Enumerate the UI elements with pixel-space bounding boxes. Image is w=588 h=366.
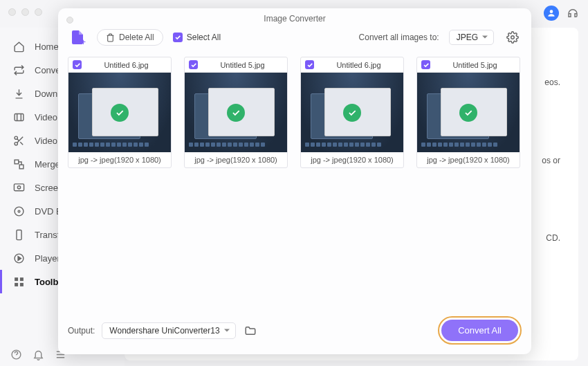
sidebar-label: Home xyxy=(35,42,59,52)
bg-hidden-text: CD. xyxy=(546,233,560,243)
select-all-label: Select All xyxy=(187,33,221,42)
avatar[interactable] xyxy=(544,6,559,21)
card-checkbox[interactable] xyxy=(421,60,430,69)
card-meta: jpg -> jpeg(1920 x 1080) xyxy=(185,152,287,167)
card-filename: Untitled 6.jpg xyxy=(318,61,399,69)
select-all-checkbox[interactable]: Select All xyxy=(173,33,221,42)
card-thumbnail xyxy=(68,73,171,152)
toolbox-icon xyxy=(12,275,25,288)
svg-rect-14 xyxy=(15,282,18,286)
svg-point-2 xyxy=(15,136,17,139)
modal-close-button[interactable] xyxy=(66,17,73,24)
play-icon xyxy=(12,252,25,264)
card-thumbnail xyxy=(301,73,403,152)
convert-all-highlight: Convert All xyxy=(438,316,522,345)
add-file-button[interactable]: + xyxy=(68,28,87,47)
bell-icon[interactable] xyxy=(32,348,44,360)
scissors-icon xyxy=(12,134,25,147)
card-thumbnail xyxy=(417,73,520,152)
svg-rect-10 xyxy=(16,230,21,239)
svg-point-0 xyxy=(550,10,553,13)
modal-toolbar: + Delete All Select All Convert all imag… xyxy=(58,25,531,54)
format-dropdown[interactable]: JPEG xyxy=(449,30,494,45)
sidebar-label: Player xyxy=(35,253,60,264)
output-label: Output: xyxy=(68,326,95,336)
svg-text:+: + xyxy=(81,37,86,46)
checkbox-checked-icon xyxy=(173,33,183,42)
success-icon xyxy=(459,104,477,122)
svg-rect-5 xyxy=(19,165,24,169)
svg-point-9 xyxy=(18,210,20,212)
output-path-dropdown[interactable]: Wondershare UniConverter13 xyxy=(102,322,235,339)
output-path-value: Wondershare UniConverter13 xyxy=(109,326,219,336)
headset-icon[interactable] xyxy=(566,6,580,20)
svg-rect-1 xyxy=(15,113,24,120)
image-card[interactable]: Untitled 6.jpg jpg -> jpeg(1920 x 1080) xyxy=(68,57,172,168)
svg-rect-4 xyxy=(15,160,19,164)
svg-rect-6 xyxy=(14,183,24,190)
record-icon xyxy=(12,181,25,194)
success-icon xyxy=(111,104,129,122)
card-filename: Untitled 5.jpg xyxy=(202,61,283,69)
svg-rect-15 xyxy=(19,282,23,286)
merger-icon xyxy=(12,158,25,170)
card-checkbox[interactable] xyxy=(305,60,314,69)
delete-all-label: Delete All xyxy=(119,33,154,42)
image-grid: Untitled 6.jpg jpg -> jpeg(1920 x 1080) … xyxy=(58,54,531,171)
svg-rect-12 xyxy=(15,277,18,281)
convert-all-label: Convert All xyxy=(458,325,502,336)
image-converter-modal: Image Converter + Delete All Select All … xyxy=(58,8,531,354)
bg-hidden-text: eos. xyxy=(544,77,560,87)
card-checkbox[interactable] xyxy=(73,60,82,69)
image-card[interactable]: Untitled 5.jpg jpg -> jpeg(1920 x 1080) xyxy=(416,57,520,168)
gear-icon xyxy=(506,31,519,44)
card-filename: Untitled 6.jpg xyxy=(86,61,167,69)
card-thumbnail xyxy=(185,73,287,152)
bg-hidden-text: os or xyxy=(542,156,560,165)
svg-point-18 xyxy=(511,36,515,39)
delete-all-button[interactable]: Delete All xyxy=(97,29,163,46)
download-icon xyxy=(12,87,25,100)
svg-rect-13 xyxy=(19,277,23,281)
card-meta: jpg -> jpeg(1920 x 1080) xyxy=(68,152,171,167)
modal-title: Image Converter xyxy=(58,8,531,25)
trash-icon xyxy=(106,33,115,42)
settings-button[interactable] xyxy=(504,28,522,46)
help-icon[interactable] xyxy=(10,348,22,360)
home-icon xyxy=(12,40,25,53)
modal-footer: Output: Wondershare UniConverter13 Conve… xyxy=(58,309,531,354)
svg-point-3 xyxy=(15,142,17,145)
convert-all-button[interactable]: Convert All xyxy=(441,320,518,341)
image-card[interactable]: Untitled 6.jpg jpg -> jpeg(1920 x 1080) xyxy=(300,57,404,168)
svg-point-8 xyxy=(15,207,24,216)
folder-icon xyxy=(244,324,257,337)
card-meta: jpg -> jpeg(1920 x 1080) xyxy=(301,152,403,167)
success-icon xyxy=(227,104,245,122)
image-card[interactable]: Untitled 5.jpg jpg -> jpeg(1920 x 1080) xyxy=(184,57,288,168)
open-folder-button[interactable] xyxy=(243,323,258,338)
card-meta: jpg -> jpeg(1920 x 1080) xyxy=(417,152,520,167)
converter-icon xyxy=(12,64,25,76)
format-selected: JPEG xyxy=(457,33,478,42)
svg-point-7 xyxy=(17,185,20,188)
transfer-icon xyxy=(12,228,25,241)
success-icon xyxy=(343,104,361,122)
compressor-icon xyxy=(12,111,25,123)
card-filename: Untitled 5.jpg xyxy=(434,61,515,69)
card-checkbox[interactable] xyxy=(189,60,198,69)
disc-icon xyxy=(12,205,25,217)
convert-to-label: Convert all images to: xyxy=(359,33,439,42)
